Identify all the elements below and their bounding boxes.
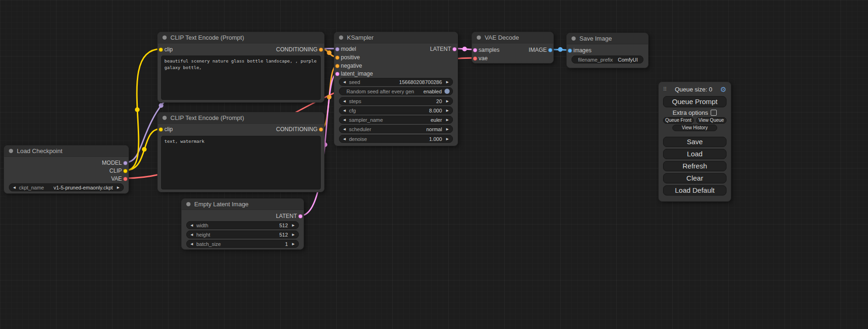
widget-sampler-name[interactable]: ◀ sampler_name euler ▶: [339, 116, 453, 124]
increment-arrow-icon[interactable]: ▶: [445, 98, 450, 105]
link-midpoint-clip-negative: [142, 147, 147, 152]
increment-arrow-icon[interactable]: ▶: [291, 222, 296, 229]
widget-value: v1-5-pruned-emaonly.ckpt: [54, 185, 113, 190]
node-save-image[interactable]: Save Image images filename_prefix ComfyU…: [566, 33, 649, 68]
widget-value: 1: [285, 241, 288, 247]
increment-arrow-icon[interactable]: ▶: [445, 135, 450, 142]
widget-random-seed-toggle[interactable]: Random seed after every gen enabled: [339, 87, 453, 95]
next-option-arrow-icon[interactable]: ▶: [445, 126, 450, 133]
collapse-dot-icon[interactable]: [186, 202, 191, 206]
input-port-latent-image[interactable]: [335, 72, 339, 76]
widget-label: cfg: [349, 108, 356, 113]
input-port-clip[interactable]: [159, 127, 163, 132]
output-port-vae[interactable]: [123, 177, 127, 181]
input-port-vae[interactable]: [473, 56, 477, 61]
input-port-clip[interactable]: [159, 48, 163, 52]
widget-cfg[interactable]: ◀ cfg 8.000 ▶: [339, 106, 453, 114]
widget-width[interactable]: ◀ width 512 ▶: [186, 221, 299, 229]
node-vae-decode[interactable]: VAE Decode samples vae IMAGE: [472, 32, 554, 63]
collapse-dot-icon[interactable]: [572, 36, 576, 41]
node-load-checkpoint[interactable]: Load Checkpoint MODEL CLIP VAE ◀ ckpt_na…: [4, 145, 129, 194]
refresh-button[interactable]: Refresh: [663, 161, 727, 171]
save-button[interactable]: Save: [663, 137, 727, 147]
output-port-image[interactable]: [548, 48, 552, 52]
view-history-button[interactable]: View History: [672, 125, 717, 131]
clear-button[interactable]: Clear: [663, 173, 727, 183]
widget-value: 1.000: [429, 136, 442, 142]
input-port-negative[interactable]: [335, 64, 339, 68]
collapse-dot-icon[interactable]: [162, 116, 167, 120]
collapse-dot-icon[interactable]: [339, 35, 343, 40]
settings-gear-icon[interactable]: ⚙: [720, 86, 727, 93]
next-option-arrow-icon[interactable]: ▶: [116, 184, 121, 191]
decrement-arrow-icon[interactable]: ◀: [189, 240, 194, 247]
menu-header: ⠿ Queue size: 0 ⚙: [663, 85, 727, 93]
prompt-text-area[interactable]: text, watermark: [161, 136, 321, 189]
input-label-samples: samples: [479, 47, 500, 53]
prev-option-arrow-icon[interactable]: ◀: [342, 116, 347, 123]
input-port-positive[interactable]: [335, 56, 339, 60]
node-title: Empty Latent Image: [194, 201, 248, 208]
node-titlebar[interactable]: Empty Latent Image: [182, 199, 303, 210]
decrement-arrow-icon[interactable]: ◀: [189, 231, 194, 238]
widget-value: normal: [426, 126, 442, 132]
widget-height[interactable]: ◀ height 512 ▶: [186, 231, 299, 238]
collapse-dot-icon[interactable]: [9, 149, 13, 153]
next-option-arrow-icon[interactable]: ▶: [445, 116, 450, 123]
widget-steps[interactable]: ◀ steps 20 ▶: [339, 97, 453, 105]
widget-filename-prefix[interactable]: filename_prefix ComfyUI: [572, 56, 643, 63]
queue-controls-row: Queue Front View Queue: [663, 117, 727, 124]
prev-option-arrow-icon[interactable]: ◀: [12, 184, 17, 191]
view-queue-button[interactable]: View Queue: [696, 117, 727, 124]
widget-scheduler[interactable]: ◀ scheduler normal ▶: [339, 125, 453, 133]
widget-ckpt-name[interactable]: ◀ ckpt_name v1-5-pruned-emaonly.ckpt ▶: [9, 183, 124, 191]
output-port-clip[interactable]: [123, 169, 127, 173]
increment-arrow-icon[interactable]: ▶: [291, 240, 296, 247]
link-midpoint-image: [558, 47, 563, 52]
input-port-model[interactable]: [335, 47, 339, 51]
prompt-text-area[interactable]: beautiful scenery nature glass bottle la…: [161, 56, 321, 100]
drag-handle-icon[interactable]: ⠿: [663, 86, 667, 92]
node-titlebar[interactable]: VAE Decode: [472, 32, 553, 43]
collapse-dot-icon[interactable]: [477, 35, 481, 40]
node-clip-text-encode-positive[interactable]: CLIP Text Encode (Prompt) clip CONDITION…: [157, 32, 325, 103]
output-port-model[interactable]: [123, 161, 127, 165]
node-ksampler[interactable]: KSampler model positive negative latent_…: [334, 32, 458, 146]
node-titlebar[interactable]: Load Checkpoint: [4, 146, 128, 157]
node-clip-text-encode-negative[interactable]: CLIP Text Encode (Prompt) clip CONDITION…: [157, 112, 325, 192]
increment-arrow-icon[interactable]: ▶: [445, 107, 450, 114]
input-port-samples[interactable]: [473, 48, 477, 52]
node-graph-canvas[interactable]: Load Checkpoint MODEL CLIP VAE ◀ ckpt_na…: [0, 0, 868, 329]
decrement-arrow-icon[interactable]: ◀: [342, 78, 347, 85]
load-button[interactable]: Load: [663, 149, 727, 159]
node-empty-latent-image[interactable]: Empty Latent Image LATENT ◀ width 512 ▶ …: [181, 198, 304, 250]
node-titlebar[interactable]: CLIP Text Encode (Prompt): [158, 32, 324, 43]
decrement-arrow-icon[interactable]: ◀: [189, 222, 194, 229]
input-port-images[interactable]: [568, 49, 572, 53]
extra-options-checkbox[interactable]: [711, 110, 717, 116]
output-port-latent[interactable]: [298, 214, 303, 218]
node-title: VAE Decode: [485, 34, 519, 41]
node-titlebar[interactable]: KSampler: [334, 32, 458, 43]
widget-denoise[interactable]: ◀ denoise 1.000 ▶: [339, 135, 453, 143]
widget-seed[interactable]: ◀ seed 156680208700286 ▶: [339, 78, 453, 86]
increment-arrow-icon[interactable]: ▶: [291, 231, 296, 238]
output-port-latent[interactable]: [452, 47, 457, 51]
decrement-arrow-icon[interactable]: ◀: [342, 107, 347, 114]
increment-arrow-icon[interactable]: ▶: [445, 78, 450, 85]
output-port-conditioning[interactable]: [319, 127, 323, 132]
decrement-arrow-icon[interactable]: ◀: [342, 135, 347, 142]
queue-prompt-button[interactable]: Queue Prompt: [663, 96, 727, 107]
queue-front-button[interactable]: Queue Front: [663, 117, 694, 124]
output-label-model: MODEL: [102, 160, 122, 166]
output-port-conditioning[interactable]: [319, 48, 323, 52]
load-default-button[interactable]: Load Default: [663, 185, 727, 196]
decrement-arrow-icon[interactable]: ◀: [342, 98, 347, 105]
collapse-dot-icon[interactable]: [162, 35, 167, 40]
widget-value: enabled: [423, 89, 442, 94]
toggle-dot-icon[interactable]: [445, 89, 450, 94]
widget-batch-size[interactable]: ◀ batch_size 1 ▶: [186, 240, 299, 248]
node-titlebar[interactable]: Save Image: [567, 33, 648, 44]
node-titlebar[interactable]: CLIP Text Encode (Prompt): [158, 112, 324, 124]
prev-option-arrow-icon[interactable]: ◀: [342, 126, 347, 133]
